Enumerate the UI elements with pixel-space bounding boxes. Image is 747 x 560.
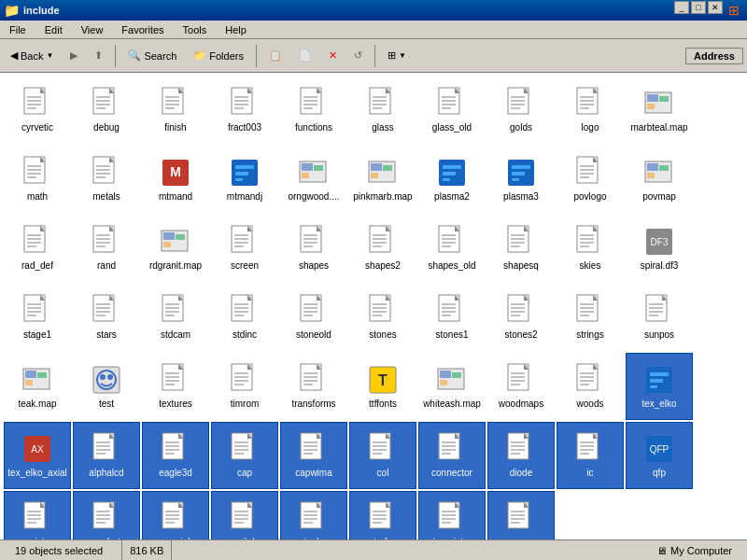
file-item[interactable]: alphalcd [73,422,140,489]
file-item[interactable]: skies [557,215,624,282]
file-item[interactable]: shapesq [487,215,555,282]
file-item[interactable]: socket [73,491,140,539]
file-label: fract003 [228,122,261,133]
file-item[interactable]: shapes_old [418,215,486,282]
file-item[interactable]: capwima [280,422,347,489]
folders-button[interactable]: 📁 Folders [187,43,250,69]
file-item[interactable]: M mtmand [142,146,209,213]
file-item[interactable]: sunpos [626,284,693,351]
file-item[interactable]: AX tex_elko_axial [4,422,71,489]
menu-item-file[interactable]: File [4,22,32,37]
file-item[interactable]: woodmaps [487,353,555,420]
file-item[interactable]: glass_old [418,77,486,144]
file-item[interactable]: special [142,491,209,539]
file-item[interactable]: strings [557,284,624,351]
maximize-button[interactable]: □ [691,1,706,14]
file-item[interactable]: teak.map [4,353,71,420]
move-button[interactable]: 📋 [262,43,289,69]
file-item[interactable]: DF3 spiral.df3 [626,215,693,282]
file-item[interactable]: stones [349,284,416,351]
file-item[interactable]: rand [73,215,140,282]
back-button[interactable]: ◀ Back ▼ [4,43,60,69]
close-button[interactable]: ✕ [708,1,723,14]
file-item[interactable]: transforms [280,353,347,420]
file-item[interactable]: tex_elko [626,353,693,420]
file-item[interactable]: plasma2 [418,146,486,213]
file-item[interactable]: stdinc [211,284,278,351]
file-item[interactable]: woods [557,353,624,420]
file-item[interactable]: orngwood.... [280,146,347,213]
menu-item-edit[interactable]: Edit [39,22,68,37]
file-item[interactable]: user [487,491,555,539]
file-item[interactable]: rad_def [4,215,71,282]
file-item[interactable]: plasma3 [487,146,555,213]
file-item[interactable]: QFP qfp [626,422,693,489]
file-item[interactable]: eagle3d [142,422,209,489]
file-item[interactable]: logo [557,77,624,144]
file-item[interactable]: finish [142,77,209,144]
file-item[interactable]: functions [280,77,347,144]
back-dropdown-icon[interactable]: ▼ [46,51,53,60]
file-label: rad_def [21,260,53,272]
file-item[interactable]: connector [418,422,486,489]
file-item[interactable]: stage1 [4,284,71,351]
file-item[interactable]: stars [73,284,140,351]
file-item[interactable]: rdgranit.map [142,215,209,282]
views-dropdown-icon[interactable]: ▼ [399,51,406,60]
statusbar: 19 objects selected 816 KB 🖥 My Computer [0,539,747,560]
menu-item-view[interactable]: View [76,22,109,37]
file-label: cyrvetic [21,122,53,133]
menu-item-tools[interactable]: Tools [177,22,213,37]
file-item[interactable]: debug [73,77,140,144]
file-item[interactable]: textures [142,353,209,420]
file-item[interactable]: T ttffonts [349,353,416,420]
file-label: rdgranit.map [149,260,202,272]
file-item[interactable]: col [349,422,416,489]
file-item[interactable]: cyrvetic [4,77,71,144]
menu-item-help[interactable]: Help [219,22,252,37]
file-item[interactable]: trafo [349,491,416,539]
file-item[interactable]: marbteal.map [626,77,693,144]
views-button[interactable]: ⊞ ▼ [381,43,413,69]
search-icon: 🔍 [128,49,141,62]
file-item[interactable]: stdcam [142,284,209,351]
file-item[interactable]: timrom [211,353,278,420]
file-item[interactable]: test [73,353,140,420]
file-item[interactable]: povlogo [557,146,624,213]
file-item[interactable]: stones1 [418,284,486,351]
file-label: test [99,399,114,410]
delete-button[interactable]: ✕ [322,43,344,69]
file-item[interactable]: transistor [418,491,486,539]
file-item[interactable]: screen [211,215,278,282]
file-item[interactable]: stones2 [487,284,555,351]
file-icon [573,87,607,120]
file-item[interactable]: stoneold [280,284,347,351]
file-item[interactable]: shapes [280,215,347,282]
copy-button[interactable]: 📄 [292,43,318,69]
file-item[interactable]: pinkmarb.map [349,146,416,213]
file-item[interactable]: golds [487,77,555,144]
file-item[interactable]: cap [211,422,278,489]
file-label: woods [577,399,604,410]
titlebar: 📁 include _ □ ✕ ⊞ [0,0,747,21]
minimize-button[interactable]: _ [674,1,689,14]
up-button[interactable]: ⬆ [88,43,109,69]
menu-item-favorites[interactable]: Favorites [116,22,169,37]
file-icon [297,432,331,466]
file-item[interactable]: glass [349,77,416,144]
file-item[interactable]: whiteash.map [418,353,486,420]
file-item[interactable]: fract003 [211,77,278,144]
file-item[interactable]: ic [557,422,624,489]
file-item[interactable]: math [4,146,71,213]
file-item[interactable]: mtmandj [211,146,278,213]
file-item[interactable]: resistor [4,491,71,539]
file-item[interactable]: povmap [626,146,693,213]
search-button[interactable]: 🔍 Search [121,43,183,69]
undo-button[interactable]: ↺ [347,43,369,69]
file-item[interactable]: shapes2 [349,215,416,282]
file-item[interactable]: metals [73,146,140,213]
forward-button[interactable]: ▶ [63,43,84,69]
file-item[interactable]: switch [211,491,278,539]
file-item[interactable]: diode [487,422,555,489]
file-item[interactable]: tools [280,491,347,539]
